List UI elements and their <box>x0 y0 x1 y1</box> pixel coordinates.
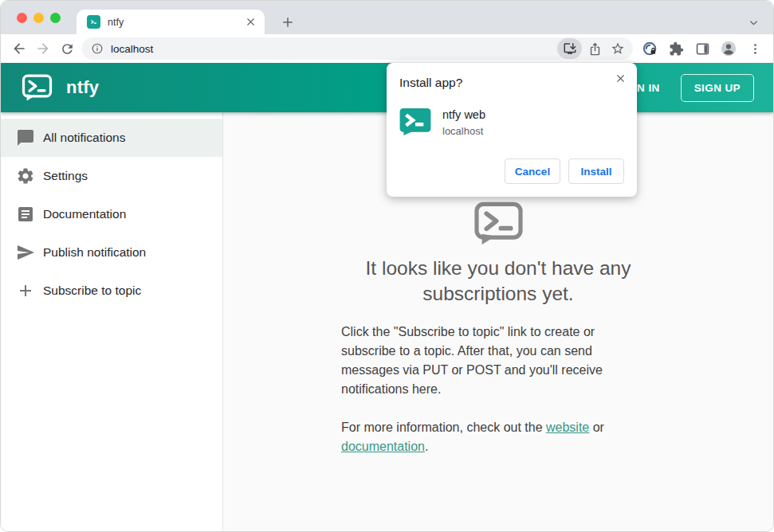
website-link[interactable]: website <box>546 421 589 434</box>
sidebar-item-all-notifications[interactable]: All notifications <box>1 119 222 157</box>
share-icon[interactable] <box>584 38 605 59</box>
back-button[interactable] <box>7 37 31 61</box>
documentation-link[interactable]: documentation <box>341 440 425 453</box>
extensions-puzzle-icon[interactable] <box>666 38 686 59</box>
send-icon <box>16 243 35 262</box>
close-window-button[interactable] <box>17 13 27 23</box>
new-tab-button[interactable] <box>277 12 298 33</box>
sidebar-item-publish-notification[interactable]: Publish notification <box>1 233 222 272</box>
browser-window: ntfy localhost <box>0 0 774 532</box>
browser-menu-dots-icon[interactable] <box>745 38 765 59</box>
sidebar-item-label: Documentation <box>43 207 126 221</box>
fullscreen-window-button[interactable] <box>50 13 61 23</box>
text-fragment: For more information, check out the <box>341 421 546 434</box>
tab-search-chevron-icon[interactable] <box>744 13 763 32</box>
dialog-app-row: ntfy web localhost <box>399 108 624 137</box>
site-info-icon[interactable] <box>91 42 104 55</box>
tab-title: ntfy <box>108 17 242 28</box>
install-button[interactable]: Install <box>568 158 624 184</box>
minimize-window-button[interactable] <box>33 13 44 23</box>
side-panel-icon[interactable] <box>692 38 713 59</box>
sidebar-item-subscribe-to-topic[interactable]: Subscribe to topic <box>1 272 222 310</box>
dialog-title: Install app? <box>399 76 624 90</box>
forward-button[interactable] <box>31 37 55 61</box>
ntfy-logo-large-icon <box>473 201 524 245</box>
macos-window-controls <box>17 13 61 23</box>
install-app-dialog: Install app? ntfy web localhost Cancel I… <box>387 63 637 197</box>
dialog-app-origin: localhost <box>442 125 485 137</box>
install-app-icon[interactable] <box>557 38 582 59</box>
url-text[interactable]: localhost <box>111 43 555 55</box>
sign-up-button[interactable]: SIGN UP <box>681 74 754 102</box>
text-fragment: or <box>589 421 604 434</box>
sidebar-item-label: Subscribe to topic <box>43 284 141 298</box>
ntfy-app-icon <box>399 108 431 136</box>
plus-icon <box>16 281 35 300</box>
dialog-close-icon[interactable] <box>610 68 631 89</box>
article-icon <box>16 205 35 224</box>
address-bar[interactable]: localhost <box>82 37 633 60</box>
sidebar-item-documentation[interactable]: Documentation <box>1 195 222 233</box>
text-fragment: . <box>425 440 428 453</box>
empty-state-description: Click the "Subscribe to topic" link to c… <box>341 323 620 456</box>
tab-close-icon[interactable] <box>242 14 258 30</box>
chat-bubble-icon <box>16 128 35 147</box>
browser-tab[interactable]: ntfy <box>77 10 265 34</box>
empty-state-links-paragraph: For more information, check out the webs… <box>341 418 620 456</box>
reload-button[interactable] <box>55 37 79 61</box>
empty-state-paragraph: Click the "Subscribe to topic" link to c… <box>341 323 620 399</box>
sidebar-item-label: All notifications <box>43 131 125 145</box>
sidebar-item-label: Publish notification <box>43 245 146 260</box>
profile-avatar-icon[interactable] <box>718 38 739 59</box>
sidebar-item-settings[interactable]: Settings <box>1 157 222 195</box>
ntfy-logo-icon <box>22 74 53 101</box>
browser-toolbar: localhost <box>1 34 773 63</box>
sidebar-item-label: Settings <box>43 169 88 183</box>
dialog-app-name: ntfy web <box>442 108 485 121</box>
empty-state-heading: It looks like you don't have any subscri… <box>307 256 690 307</box>
gear-icon <box>16 166 35 186</box>
bookmark-star-icon[interactable] <box>607 38 628 59</box>
password-manager-icon[interactable] <box>639 38 660 59</box>
ntfy-favicon-icon <box>87 15 100 29</box>
cancel-button[interactable]: Cancel <box>505 158 560 184</box>
toolbar-extensions-area <box>639 38 767 59</box>
sidebar: All notifications Settings Documentation… <box>1 112 223 532</box>
tab-strip: ntfy <box>1 1 773 34</box>
brand-name: ntfy <box>66 77 99 98</box>
